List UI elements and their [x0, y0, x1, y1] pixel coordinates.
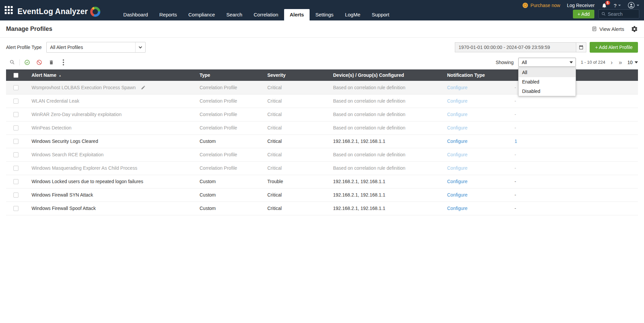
alert-count: - — [515, 179, 516, 184]
page-size-value: 10 — [627, 60, 633, 65]
view-alerts-button[interactable]: View Alerts — [592, 26, 624, 32]
table-row[interactable]: Windows Masquerading Explorer As Child P… — [6, 161, 638, 175]
nav-item-dashboard[interactable]: Dashboard — [118, 9, 154, 20]
alert-type: Custom — [194, 188, 261, 202]
alert-severity: Trouble — [261, 175, 327, 188]
nav-item-reports[interactable]: Reports — [154, 9, 183, 20]
alert-name: Wsmprovhost LOLBAS Execution Process Spa… — [32, 85, 136, 90]
showing-option-disabled[interactable]: Disabled — [519, 87, 576, 96]
nav-item-support[interactable]: Support — [366, 9, 395, 20]
col-header-severity[interactable]: Severity — [261, 69, 327, 81]
table-row[interactable]: WLAN Credential LeakCorrelation ProfileC… — [6, 94, 638, 108]
configure-link[interactable]: Configure — [447, 165, 468, 171]
nav-item-alerts[interactable]: Alerts — [284, 9, 310, 20]
enable-profile-button[interactable] — [21, 58, 33, 67]
edit-icon[interactable] — [141, 85, 146, 90]
row-checkbox[interactable] — [13, 99, 18, 104]
showing-filter-select[interactable]: All AllEnabledDisabled — [518, 58, 576, 67]
row-checkbox[interactable] — [13, 139, 18, 144]
alert-type: Correlation Profile — [194, 81, 261, 94]
date-range-input[interactable]: 1970-01-01 00:00:00 - 2024-07-09 23:59:5… — [455, 42, 576, 52]
table-row[interactable]: Windows Security Logs ClearedCustomCriti… — [6, 134, 638, 148]
disable-profile-button[interactable] — [33, 58, 45, 67]
configure-link[interactable]: Configure — [447, 206, 468, 211]
showing-label: Showing — [496, 60, 514, 65]
alert-devices: Based on correlation rule definition — [327, 161, 441, 175]
configure-link[interactable]: Configure — [447, 179, 468, 184]
more-actions-button[interactable] — [57, 58, 69, 67]
showing-option-all[interactable]: All — [519, 68, 576, 77]
more-vertical-icon — [63, 59, 64, 65]
user-menu-button[interactable] — [628, 2, 639, 9]
apps-grid-icon[interactable] — [5, 6, 13, 14]
configure-link[interactable]: Configure — [447, 85, 468, 90]
select-all-checkbox[interactable] — [13, 73, 18, 78]
purchase-now-link[interactable]: Purchase now — [523, 3, 560, 8]
table-row[interactable]: Windows Firewall SYN AttackCustomCritica… — [6, 188, 638, 202]
next-page-button[interactable]: › — [610, 59, 613, 65]
row-checkbox[interactable] — [13, 166, 18, 171]
alert-severity: Critical — [261, 161, 327, 175]
configure-link[interactable]: Configure — [447, 152, 468, 157]
alert-name: Windows Search RCE Exploitation — [32, 152, 104, 157]
configure-link[interactable]: Configure — [447, 192, 468, 198]
profile-type-label: Alert Profile Type — [6, 45, 42, 50]
alert-type: Correlation Profile — [194, 94, 261, 108]
row-checkbox[interactable] — [13, 125, 18, 130]
last-page-button[interactable]: » — [618, 59, 623, 65]
page-size-select[interactable]: 10 — [627, 60, 638, 65]
configure-link[interactable]: Configure — [447, 139, 468, 144]
nav-item-search[interactable]: Search — [221, 9, 248, 20]
alert-type: Custom — [194, 175, 261, 188]
col-header-alert-name[interactable]: Alert Name▲ — [25, 69, 194, 81]
help-icon: ? — [614, 3, 616, 8]
alert-devices: Based on correlation rule definition — [327, 81, 441, 94]
nav-item-logme[interactable]: LogMe — [339, 9, 366, 20]
alert-count: - — [515, 112, 516, 117]
global-search-input[interactable] — [608, 11, 635, 17]
row-checkbox[interactable] — [13, 179, 18, 184]
select-arrow-segment — [135, 42, 145, 52]
nav-item-compliance[interactable]: Compliance — [183, 9, 221, 20]
settings-gear-button[interactable] — [631, 25, 638, 33]
global-search-box[interactable] — [598, 9, 639, 18]
table-row[interactable]: Windows Firewall Spoof AttackCustomCriti… — [6, 202, 638, 215]
alert-count: - — [515, 152, 516, 157]
configure-link[interactable]: Configure — [447, 125, 468, 130]
alert-count[interactable]: 1 — [515, 139, 517, 144]
page-title: Manage Profiles — [6, 25, 52, 33]
purchase-now-label: Purchase now — [530, 3, 560, 8]
add-alert-profile-button[interactable]: + Add Alert Profile — [590, 42, 638, 53]
table-toolbar: Showing All AllEnabledDisabled 1 - 10 of… — [0, 57, 644, 69]
row-checkbox[interactable] — [13, 85, 18, 90]
help-button[interactable]: ? — [614, 3, 621, 8]
showing-option-enabled[interactable]: Enabled — [519, 77, 576, 87]
configure-link[interactable]: Configure — [447, 98, 468, 104]
alert-count: - — [515, 125, 516, 130]
chevron-down-icon — [570, 61, 573, 63]
alerts-table-body: Wsmprovhost LOLBAS Execution Process Spa… — [6, 81, 638, 215]
table-row[interactable]: Windows Search RCE ExploitationCorrelati… — [6, 148, 638, 161]
col-header-type[interactable]: Type — [194, 69, 261, 81]
row-checkbox[interactable] — [13, 112, 18, 117]
col-header-devices[interactable]: Device(s) / Group(s) Configured — [327, 69, 441, 81]
nav-item-settings[interactable]: Settings — [310, 9, 339, 20]
table-row[interactable]: WinRAR Zero-Day vulnerability exploitati… — [6, 108, 638, 121]
nav-item-correlation[interactable]: Correlation — [248, 9, 284, 20]
row-checkbox[interactable] — [13, 193, 18, 198]
col-header-notification-type[interactable]: Notification Type — [441, 69, 508, 81]
table-row[interactable]: WinPeas DetectionCorrelation ProfileCrit… — [6, 121, 638, 134]
row-checkbox[interactable] — [13, 152, 18, 157]
calendar-button[interactable] — [576, 42, 586, 52]
alert-name: WinPeas Detection — [32, 125, 71, 130]
table-row[interactable]: Windows Locked users due to repeated log… — [6, 175, 638, 188]
delete-profile-button[interactable] — [45, 58, 57, 67]
notifications-button[interactable]: 5 — [601, 3, 607, 8]
trash-icon — [49, 60, 54, 65]
configure-link[interactable]: Configure — [447, 112, 468, 117]
table-search-button[interactable] — [6, 58, 18, 67]
log-receiver-link[interactable]: Log Receiver — [567, 3, 595, 8]
add-button[interactable]: + Add — [573, 10, 594, 18]
row-checkbox[interactable] — [13, 206, 18, 211]
profile-type-select[interactable]: All Alert Profiles — [46, 42, 146, 53]
